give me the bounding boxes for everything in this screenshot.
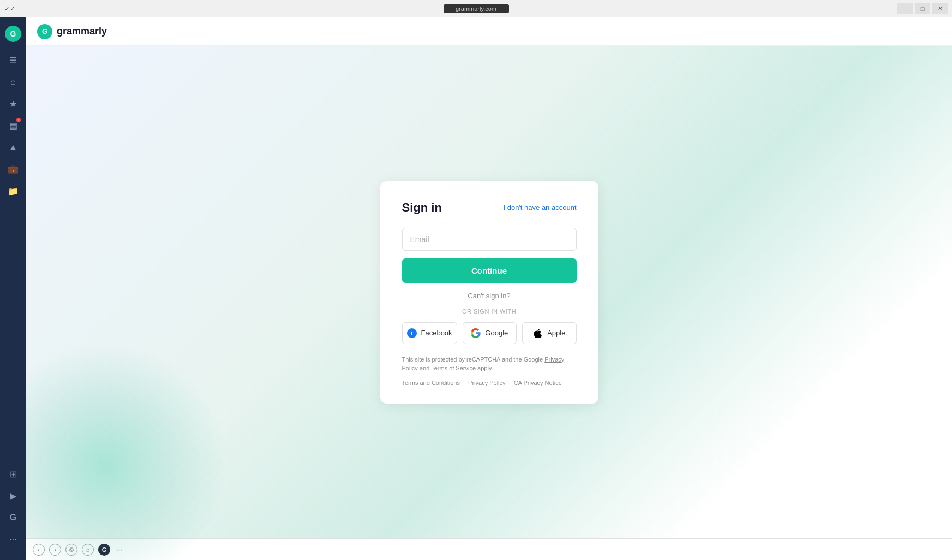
- forward-button[interactable]: ›: [49, 544, 61, 556]
- g-bottom-button[interactable]: G: [98, 544, 110, 556]
- sidebar-item-documents[interactable]: ▤ 1: [3, 116, 23, 135]
- checkmark-icon: ✓✓: [4, 5, 15, 13]
- legal-and-text: and: [420, 365, 429, 371]
- home-bottom-icon[interactable]: ⌂: [82, 544, 94, 556]
- address-text: grammarly.com: [444, 4, 509, 13]
- legal-text: This site is protected by reCAPTCHA and …: [402, 355, 577, 373]
- home-icon: ⌂: [10, 77, 16, 87]
- titlebar: ✓✓ grammarly.com ─ □ ✕: [0, 0, 952, 17]
- sidebar-item-more[interactable]: ···: [3, 529, 23, 549]
- signin-card: Sign in I don't have an account Continue…: [380, 181, 598, 404]
- email-input[interactable]: [402, 228, 577, 251]
- titlebar-address-bar[interactable]: grammarly.com: [444, 4, 509, 13]
- signin-title: Sign in: [402, 201, 442, 215]
- bottom-bar: ‹ › © ⌂ G ···: [26, 538, 952, 560]
- logo-letter: G: [10, 29, 16, 38]
- legal-links: Terms and Conditions · Privacy Policy · …: [402, 380, 577, 386]
- or-divider: OR SIGN IN WITH: [402, 308, 577, 315]
- paper-plane-icon: ▶: [10, 491, 16, 501]
- sidebar-item-home[interactable]: ⌂: [3, 72, 23, 92]
- sidebar-item-folder[interactable]: 📁: [3, 181, 23, 201]
- facebook-signin-button[interactable]: f Facebook: [402, 322, 457, 344]
- topbar-logo-circle: G: [37, 24, 52, 39]
- topbar-brand-name: grammarly: [57, 26, 107, 37]
- grammarly-logo-circle: G: [5, 26, 21, 42]
- titlebar-checkmark: ✓✓: [4, 5, 15, 13]
- sidebar-item-g[interactable]: G: [3, 508, 23, 527]
- document-icon: ▤: [9, 121, 17, 131]
- google-icon: [471, 328, 481, 338]
- ca-privacy-link[interactable]: CA Privacy Notice: [514, 380, 562, 386]
- sidebar-item-menu[interactable]: ☰: [3, 50, 23, 70]
- cant-signin-link[interactable]: Can't sign in?: [468, 292, 510, 300]
- apple-signin-button[interactable]: Apple: [522, 322, 576, 344]
- sidebar-logo: G: [3, 24, 23, 44]
- create-account-link[interactable]: I don't have an account: [503, 203, 576, 212]
- briefcase-icon: 💼: [8, 164, 19, 174]
- sidebar-item-paper-plane[interactable]: ▶: [3, 486, 23, 505]
- sidebar-item-send[interactable]: ▲: [3, 137, 23, 157]
- social-buttons: f Facebook Google: [402, 322, 577, 344]
- copyright-icon[interactable]: ©: [65, 544, 77, 556]
- minimize-button[interactable]: ─: [897, 3, 913, 14]
- signin-card-wrapper: Sign in I don't have an account Continue…: [26, 46, 952, 538]
- separator-2: ·: [509, 380, 511, 386]
- legal-apply-text: apply.: [477, 365, 493, 371]
- star-icon: ★: [9, 99, 17, 109]
- sidebar-bottom: ⊞ ▶ G ···: [3, 464, 23, 553]
- sidebar-item-briefcase[interactable]: 💼: [3, 159, 23, 179]
- g-icon: G: [10, 513, 16, 522]
- cant-signin: Can't sign in?: [402, 291, 577, 300]
- topbar: G grammarly: [26, 17, 952, 46]
- calendar-icon: ⊞: [10, 469, 17, 479]
- close-button[interactable]: ✕: [932, 3, 948, 14]
- app-container: G ☰ ⌂ ★ ▤ 1 ▲ 💼 📁: [0, 17, 952, 560]
- sidebar-top: G ☰ ⌂ ★ ▤ 1 ▲ 💼 📁: [3, 24, 23, 464]
- facebook-icon: f: [407, 328, 417, 338]
- notification-badge: 1: [16, 118, 21, 122]
- apple-icon: [533, 328, 543, 338]
- facebook-label: Facebook: [421, 329, 452, 337]
- terms-conditions-link[interactable]: Terms and Conditions: [402, 380, 460, 386]
- maximize-button[interactable]: □: [915, 3, 930, 14]
- sidebar: G ☰ ⌂ ★ ▤ 1 ▲ 💼 📁: [0, 17, 26, 560]
- more-options[interactable]: ···: [117, 546, 122, 553]
- google-signin-button[interactable]: Google: [463, 322, 517, 344]
- continue-button[interactable]: Continue: [402, 258, 577, 283]
- back-button[interactable]: ‹: [33, 544, 45, 556]
- more-icon: ···: [9, 534, 16, 544]
- privacy-policy-link[interactable]: Privacy Policy: [468, 380, 505, 386]
- google-label: Google: [485, 329, 508, 337]
- separator-1: ·: [463, 380, 465, 386]
- signin-header: Sign in I don't have an account: [402, 201, 577, 215]
- window-controls: ─ □ ✕: [897, 3, 948, 14]
- apple-label: Apple: [547, 329, 565, 337]
- legal-before-text: This site is protected by reCAPTCHA and …: [402, 356, 543, 363]
- sidebar-item-calendar[interactable]: ⊞: [3, 464, 23, 484]
- menu-icon: ☰: [9, 55, 17, 65]
- legal-terms-link[interactable]: Terms of Service: [431, 365, 476, 371]
- send-icon: ▲: [9, 142, 17, 152]
- logo-area: G grammarly: [37, 24, 107, 39]
- folder-icon: 📁: [8, 186, 19, 196]
- main-content: G grammarly Sign in I don't have an acco…: [26, 17, 952, 560]
- topbar-logo-letter: G: [42, 27, 47, 35]
- sidebar-item-starred[interactable]: ★: [3, 94, 23, 113]
